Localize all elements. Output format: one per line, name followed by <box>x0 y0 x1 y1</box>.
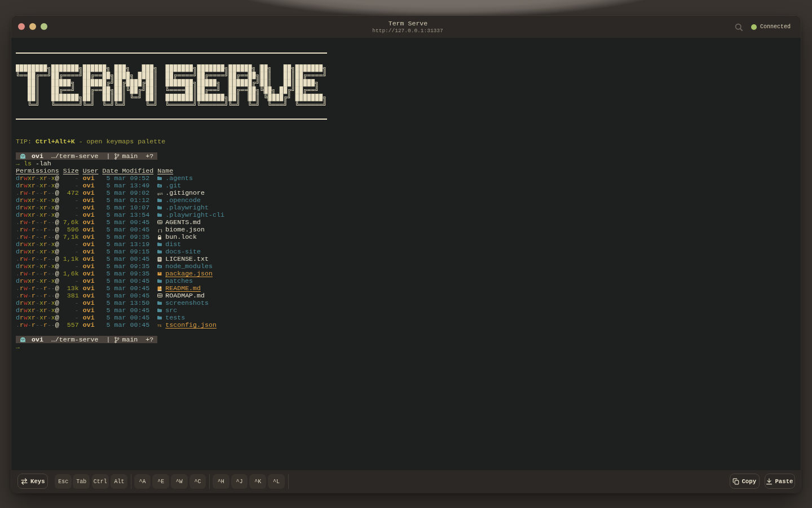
svg-text:TS: TS <box>157 324 162 327</box>
svg-text:git: git <box>157 192 163 196</box>
svg-text:{}: {} <box>157 228 162 233</box>
